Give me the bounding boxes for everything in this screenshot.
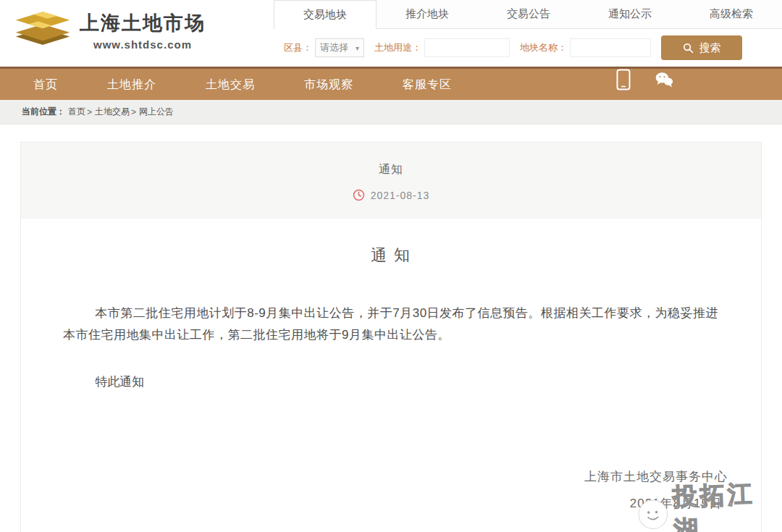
tab-notices[interactable]: 通知公示 [579, 0, 681, 28]
nav-item-land-promotion[interactable]: 土地推介 [83, 69, 181, 100]
wechat-icon[interactable] [655, 69, 673, 90]
brand[interactable]: 上海土地市场 www.shtdsc.com [12, 7, 206, 54]
header: 上海土地市场 www.shtdsc.com 交易地块 推介地块 交易公告 通知公… [0, 0, 782, 67]
breadcrumb-home[interactable]: 首页 [68, 106, 85, 118]
parcel-name-input[interactable] [570, 38, 651, 57]
site-name: 上海土地市场 [80, 10, 206, 36]
signature-block: 上海市土地交易事务中心 2021年8月15日 [21, 468, 761, 512]
notice-date: 2021-08-13 [371, 190, 430, 201]
breadcrumb: 当前位置： 首页 > 土地交易 > 网上公告 [0, 100, 782, 124]
tab-trade-announcements[interactable]: 交易公告 [478, 0, 579, 28]
breadcrumb-online-notice[interactable]: 网上公告 [139, 106, 174, 118]
site-url: www.shtdsc.com [80, 38, 206, 51]
breadcrumb-separator: > [131, 107, 136, 117]
page: 上海土地市场 www.shtdsc.com 交易地块 推介地块 交易公告 通知公… [0, 0, 782, 532]
search-bar: 区县： 请选择 ▾ 土地用途： 地块名称： 搜索 [274, 29, 782, 67]
notice-paragraph: 本市第二批住宅用地计划于8-9月集中出让公告，并于7月30日发布了信息预告。根据… [63, 303, 719, 346]
clock-icon [353, 189, 365, 201]
landuse-input[interactable] [424, 38, 510, 57]
tab-trade-parcels[interactable]: 交易地块 [274, 0, 377, 29]
notice-doc-title: 通 知 [21, 245, 761, 266]
notice-panel: 通知 2021-08-13 通 知 本市第二批住宅用地计划于8-9月集中出让公告… [20, 142, 762, 532]
mobile-phone-icon[interactable] [614, 69, 633, 90]
breadcrumb-prefix: 当前位置： [22, 106, 65, 118]
breadcrumb-land-trade[interactable]: 土地交易 [95, 106, 130, 118]
breadcrumb-separator: > [87, 107, 92, 117]
parcel-name-label: 地块名称： [520, 41, 567, 54]
tab-promoted-parcels[interactable]: 推介地块 [377, 0, 478, 28]
notice-closing: 特此通知 [63, 373, 719, 390]
notice-list-title: 通知 [379, 162, 403, 177]
signature-name: 上海市土地交易事务中心 [21, 468, 728, 485]
nav-item-market-watch[interactable]: 市场观察 [279, 69, 378, 100]
district-select[interactable]: 请选择 ▾ [315, 38, 364, 57]
signature-date: 2021年8月15日 [21, 495, 728, 512]
notice-panel-header: 通知 2021-08-13 [21, 143, 761, 219]
search-icon [683, 43, 694, 54]
nav-item-service-zone[interactable]: 客服专区 [378, 69, 476, 100]
search-button-label: 搜索 [699, 41, 721, 55]
nav-item-land-trade[interactable]: 土地交易 [181, 69, 279, 100]
nav-icons [614, 69, 673, 90]
landuse-label: 土地用途： [374, 41, 421, 54]
nav-item-home[interactable]: 首页 [0, 69, 83, 100]
district-label: 区县： [284, 41, 312, 54]
district-select-value: 请选择 [320, 41, 348, 54]
brand-text: 上海土地市场 www.shtdsc.com [80, 10, 206, 51]
chevron-down-icon: ▾ [356, 44, 359, 52]
tab-advanced-search[interactable]: 高级检索 [681, 0, 782, 28]
top-tabs: 交易地块 推介地块 交易公告 通知公示 高级检索 [274, 0, 782, 29]
site-logo-icon [12, 7, 74, 54]
notice-date-row: 2021-08-13 [353, 189, 430, 201]
search-button[interactable]: 搜索 [661, 35, 742, 60]
